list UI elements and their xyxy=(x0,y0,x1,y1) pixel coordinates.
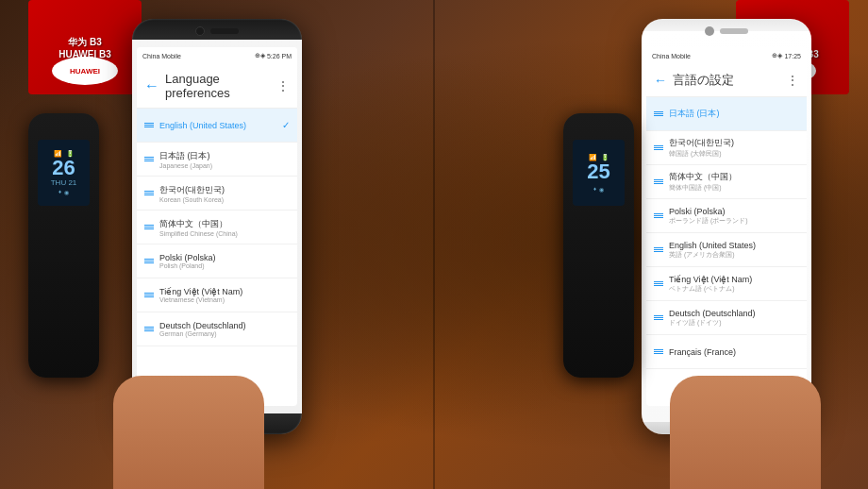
right-back-button[interactable]: ← xyxy=(654,74,667,87)
tracker-right-screen: 📶🔋 25 ♦◉ xyxy=(573,140,625,206)
drag-handle xyxy=(144,191,154,195)
right-toolbar: ← 言語の設定 ⋮ xyxy=(646,64,807,97)
drag-handle xyxy=(144,157,154,161)
drag-handle xyxy=(144,259,154,263)
right-more-button[interactable]: ⋮ xyxy=(786,73,799,88)
left-status-icons: ⊕◈ 5:26 PM xyxy=(255,52,292,59)
left-language-list: English (United States) ✓ 日本語 (日本) Japan… xyxy=(137,109,297,346)
right-time: 17:25 xyxy=(784,53,801,59)
check-icon: ✓ xyxy=(282,120,290,130)
phone-top-hardware xyxy=(195,26,239,36)
left-carrier: China Mobile xyxy=(142,53,181,59)
drag-handle xyxy=(654,179,663,184)
more-button[interactable]: ⋮ xyxy=(276,78,290,93)
right-carrier: China Mobile xyxy=(652,53,691,59)
right-status-bar: China Mobile ⊕◈ 17:25 xyxy=(646,47,807,64)
list-item[interactable]: 한국어(대한민국) Korean (South Korea) xyxy=(137,177,297,211)
lang-text-jp-chinese: 简体中文（中国） 簡体中国語 (中国) xyxy=(669,171,799,193)
lang-text-vietnamese: Tiếng Việt (Việt Nam) Vietnamese (Vietna… xyxy=(159,287,290,303)
lang-text-german: Deutsch (Deutschland) German (Germany) xyxy=(159,321,290,337)
left-toolbar-title: Language preferences xyxy=(165,72,271,100)
lang-text-jp-korean: 한국어(대한민국) 韓国語 (大韓民国) xyxy=(669,137,799,159)
list-item[interactable]: Français (France) xyxy=(646,335,807,369)
scene: 华为 B3 HUAWEI B3 华为 B3 HUAWEI B3 HUAWEI H… xyxy=(0,0,868,489)
lang-text-polish: Polski (Polska) Polish (Poland) xyxy=(159,253,290,269)
lang-text-jp-french: Français (France) xyxy=(669,347,799,357)
tracker-left-screen: 📶🔋 26 THU 21 ♦◉ xyxy=(38,140,90,206)
drag-handle xyxy=(654,281,663,286)
lang-text-jp-japanese: 日本語 (日本) xyxy=(669,108,799,120)
left-time: 5:26 PM xyxy=(267,53,292,59)
phone-right: HUAWEI China Mobile ⊕◈ 17:25 ← 言語の設定 ⋮ xyxy=(642,19,811,434)
right-speaker xyxy=(720,28,748,34)
list-item[interactable]: 한국어(대한민국) 韓国語 (大韓民国) xyxy=(646,131,807,165)
left-toolbar: ← Language preferences ⋮ xyxy=(137,64,297,109)
list-item[interactable]: Polski (Polska) Polish (Poland) xyxy=(137,244,297,278)
list-item[interactable]: English (United States) 英語 (アメリカ合衆国) xyxy=(646,233,807,267)
lang-text-japanese: 日本語 (日本) Japanese (Japan) xyxy=(159,150,290,169)
right-toolbar-title: 言語の設定 xyxy=(673,72,780,89)
tracker-right-time: 25 xyxy=(587,161,609,182)
right-language-list: 日本語 (日本) 한국어(대한민국) 韓国語 (大韓民国) xyxy=(646,97,807,369)
drag-handle xyxy=(654,213,663,218)
huawei-logo-left: HUAWEI xyxy=(52,57,118,85)
left-status-bar: China Mobile ⊕◈ 5:26 PM xyxy=(137,47,297,64)
hand-left xyxy=(113,376,264,489)
phone-right-top xyxy=(705,26,748,36)
camera-lens xyxy=(195,26,205,36)
tracker-left-day: THU 21 xyxy=(51,178,77,187)
fitness-tracker-left: 📶🔋 26 THU 21 ♦◉ xyxy=(28,113,99,378)
list-item[interactable]: English (United States) ✓ xyxy=(137,109,297,143)
list-item[interactable]: Tiếng Việt (Việt Nam) Vietnamese (Vietna… xyxy=(137,278,297,312)
lang-text-jp-english: English (United States) 英語 (アメリカ合衆国) xyxy=(669,241,799,260)
fitness-tracker-right: 📶🔋 25 ♦◉ xyxy=(563,113,634,378)
drag-handle xyxy=(654,349,663,354)
lang-text-korean: 한국어(대한민국) Korean (South Korea) xyxy=(159,184,290,203)
hand-right xyxy=(670,376,821,489)
lang-text-jp-vietnamese: Tiếng Việt (Việt Nam) ベトナム語 (ベトナム) xyxy=(669,275,799,294)
drag-handle xyxy=(144,327,154,331)
drag-handle xyxy=(144,225,154,229)
drag-handle xyxy=(654,111,663,116)
center-divider xyxy=(433,0,435,489)
list-item[interactable]: 日本語 (日本) Japanese (Japan) xyxy=(137,143,297,177)
phone-left-screen: China Mobile ⊕◈ 5:26 PM ← Language prefe… xyxy=(137,47,297,406)
phone-right-screen: China Mobile ⊕◈ 17:25 ← 言語の設定 ⋮ xyxy=(646,47,807,406)
drag-handle xyxy=(654,315,663,320)
phone-left: China Mobile ⊕◈ 5:26 PM ← Language prefe… xyxy=(132,19,302,434)
list-item[interactable]: 日本語 (日本) xyxy=(646,97,807,131)
right-camera xyxy=(705,26,714,36)
drag-handle xyxy=(654,247,663,252)
lang-text-english: English (United States) xyxy=(159,121,276,130)
lang-text-jp-german: Deutsch (Deutschland) ドイツ語 (ドイツ) xyxy=(669,309,799,328)
lang-text-jp-polish: Polski (Polska) ポーランド語 (ポーランド) xyxy=(669,207,799,226)
list-item[interactable]: Deutsch (Deutschland) German (Germany) xyxy=(137,312,297,346)
list-item[interactable]: Polski (Polska) ポーランド語 (ポーランド) xyxy=(646,199,807,233)
speaker-grille xyxy=(210,28,239,34)
back-button[interactable]: ← xyxy=(144,78,159,93)
drag-handle xyxy=(144,293,154,297)
tracker-left-time: 26 xyxy=(52,158,75,178)
list-item[interactable]: 简体中文（中国） 簡体中国語 (中国) xyxy=(646,165,807,199)
list-item[interactable]: Tiếng Việt (Việt Nam) ベトナム語 (ベトナム) xyxy=(646,267,807,301)
drag-handle xyxy=(144,123,154,127)
drag-handle xyxy=(654,145,663,150)
right-status-icons: ⊕◈ 17:25 xyxy=(772,52,801,59)
list-item[interactable]: 简体中文（中国） Simplified Chinese (China) xyxy=(137,211,297,244)
list-item[interactable]: Deutsch (Deutschland) ドイツ語 (ドイツ) xyxy=(646,301,807,335)
lang-text-chinese: 简体中文（中国） Simplified Chinese (China) xyxy=(159,218,290,237)
